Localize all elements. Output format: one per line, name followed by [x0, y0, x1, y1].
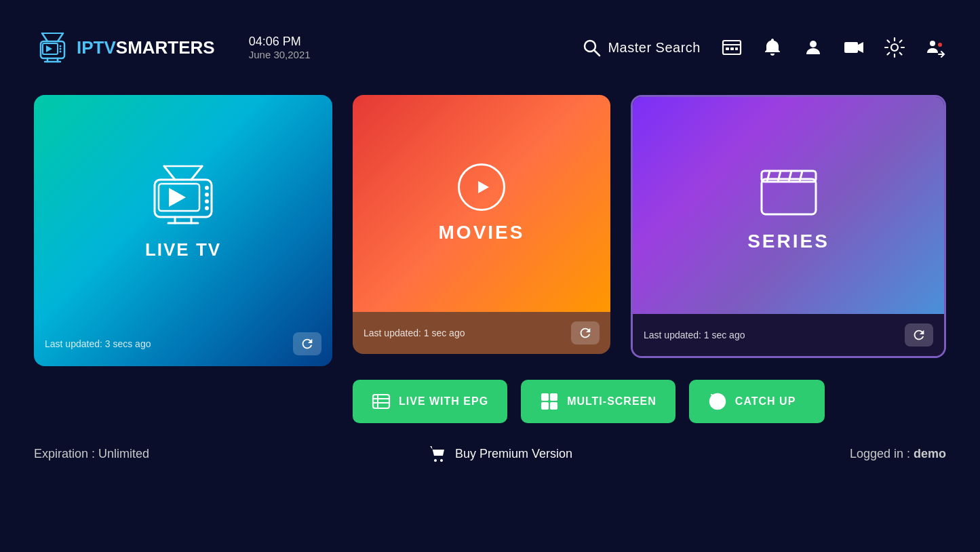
svg-point-7 — [60, 47, 62, 50]
svg-line-42 — [778, 171, 781, 182]
svg-marker-21 — [858, 42, 863, 53]
login-status: Logged in : demo — [850, 447, 946, 461]
logo-icon — [34, 29, 71, 66]
svg-point-22 — [891, 44, 898, 51]
live-tv-icon — [142, 161, 224, 231]
multi-screen-btn-icon — [540, 392, 559, 411]
buy-premium-button[interactable]: Buy Premium Version — [427, 443, 572, 464]
svg-point-19 — [810, 41, 817, 47]
svg-rect-17 — [730, 47, 734, 50]
movies-refresh-button[interactable] — [571, 321, 600, 344]
epg-guide-icon[interactable] — [721, 37, 743, 58]
series-icon — [755, 159, 823, 220]
movies-label: MOVIES — [439, 222, 525, 243]
video-icon[interactable] — [843, 37, 865, 58]
live-tv-label: LIVE TV — [145, 239, 221, 260]
series-label: SERIES — [747, 231, 829, 252]
logo-iptv: IPTV — [77, 37, 116, 58]
settings-icon[interactable] — [884, 37, 905, 58]
svg-point-34 — [205, 206, 209, 210]
svg-point-56 — [440, 459, 443, 462]
series-last-updated: Last updated: 1 sec ago — [644, 330, 745, 340]
master-search-button[interactable]: Master Search — [582, 38, 701, 57]
svg-line-44 — [800, 171, 802, 182]
header: IPTVSMARTERS 04:06 PM June 30,2021 Maste… — [0, 0, 980, 95]
current-date: June 30,2021 — [249, 49, 311, 60]
search-label: Master Search — [608, 40, 701, 56]
svg-marker-38 — [478, 181, 489, 193]
svg-marker-30 — [169, 188, 186, 207]
live-with-epg-button[interactable]: LIVE WITH EPG — [353, 380, 507, 423]
main-content: LIVE TV Last updated: 3 secs ago MOVIES … — [0, 95, 980, 423]
cards-row: LIVE TV Last updated: 3 secs ago MOVIES … — [34, 95, 946, 366]
svg-rect-18 — [735, 47, 738, 50]
movies-card-top: MOVIES — [353, 95, 610, 312]
live-tv-refresh-button[interactable] — [293, 332, 321, 355]
svg-rect-39 — [762, 179, 816, 214]
multi-screen-button[interactable]: MULTI-SCREEN — [521, 380, 675, 423]
svg-rect-20 — [844, 42, 858, 53]
movies-play-icon — [458, 163, 505, 211]
movies-card[interactable]: MOVIES Last updated: 1 sec ago — [353, 95, 610, 354]
series-refresh-button[interactable] — [905, 323, 933, 347]
svg-rect-46 — [373, 395, 389, 408]
datetime: 04:06 PM June 30,2021 — [249, 35, 311, 60]
movies-last-updated: Last updated: 1 sec ago — [364, 328, 465, 338]
svg-point-8 — [60, 50, 62, 52]
svg-line-43 — [789, 171, 791, 182]
svg-point-6 — [60, 45, 62, 47]
live-tv-bottom: Last updated: 3 secs ago — [45, 332, 321, 355]
multi-screen-label: MULTI-SCREEN — [567, 395, 656, 408]
expiry-text: Expiration : Unlimited — [34, 447, 149, 461]
series-card-bottom: Last updated: 1 sec ago — [633, 314, 944, 356]
svg-rect-16 — [726, 47, 729, 50]
logo-smarters: SMARTERS — [116, 37, 215, 58]
svg-point-33 — [205, 199, 209, 203]
buy-icon — [427, 443, 447, 464]
svg-rect-53 — [550, 402, 557, 410]
svg-point-23 — [930, 41, 935, 46]
svg-line-41 — [767, 171, 770, 182]
svg-line-13 — [595, 51, 600, 56]
epg-btn-icon — [372, 392, 391, 411]
svg-point-55 — [434, 459, 437, 462]
user-switch-icon[interactable] — [924, 37, 946, 58]
svg-rect-50 — [541, 393, 549, 401]
series-card-top: SERIES — [633, 97, 944, 314]
svg-point-24 — [938, 43, 942, 47]
bottom-buttons: LIVE WITH EPG MULTI-SCREEN CATCH UP — [353, 380, 946, 423]
buy-label: Buy Premium Version — [455, 447, 572, 461]
live-epg-label: LIVE WITH EPG — [399, 395, 488, 408]
notifications-icon[interactable] — [762, 37, 783, 58]
svg-point-12 — [585, 41, 595, 52]
live-tv-card[interactable]: LIVE TV Last updated: 3 secs ago — [34, 95, 332, 366]
current-time: 04:06 PM — [249, 35, 311, 49]
svg-line-0 — [42, 33, 47, 41]
svg-line-25 — [164, 166, 175, 180]
series-card[interactable]: SERIES Last updated: 1 sec ago — [631, 95, 946, 358]
live-tv-last-updated: Last updated: 3 secs ago — [45, 338, 151, 349]
catch-up-label: CATCH UP — [735, 395, 796, 408]
movies-card-bottom: Last updated: 1 sec ago — [353, 312, 610, 354]
svg-rect-51 — [550, 393, 557, 401]
nav-icons — [721, 37, 946, 58]
search-icon — [582, 38, 601, 57]
svg-point-32 — [205, 193, 209, 197]
svg-line-1 — [58, 33, 63, 41]
catch-up-button[interactable]: CATCH UP — [689, 380, 825, 423]
svg-marker-5 — [46, 45, 52, 52]
footer: Expiration : Unlimited Buy Premium Versi… — [0, 423, 980, 464]
user-icon[interactable] — [802, 37, 824, 58]
catch-up-btn-icon — [708, 392, 727, 411]
logo-text: IPTVSMARTERS — [77, 37, 215, 58]
svg-point-31 — [205, 186, 209, 190]
logo-area: IPTVSMARTERS — [34, 29, 215, 66]
svg-line-26 — [191, 166, 202, 180]
svg-rect-52 — [541, 402, 549, 410]
